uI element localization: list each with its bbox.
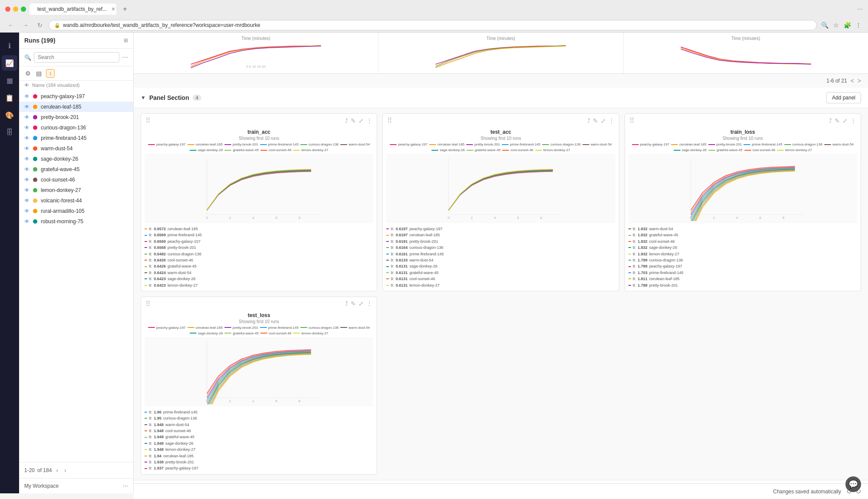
share-icon[interactable]: ⤴ [587, 117, 590, 124]
value-step: 9: [149, 226, 152, 232]
edit-icon[interactable]: ✎ [351, 300, 356, 307]
search-input[interactable] [34, 52, 119, 63]
extensions-icon[interactable]: 🧩 [843, 21, 852, 30]
chart-value-row: 9: 0.6197 peachy-galaxy-197 [386, 226, 615, 232]
share-icon[interactable]: ⤴ [345, 300, 348, 307]
legend-item: cool-sunset-46 [260, 331, 291, 335]
run-visibility-icon[interactable]: 👁 [24, 104, 30, 110]
run-visibility-icon[interactable]: 👁 [24, 145, 30, 152]
chat-bubble[interactable]: 💬 [845, 476, 861, 492]
browser-tab[interactable]: test_wandb_artifacts_by_ref... ✕ [30, 3, 116, 15]
run-item[interactable]: 👁 grateful-wave-45 [19, 164, 133, 175]
run-item[interactable]: 👁 volcanic-forest-44 [19, 195, 133, 206]
runs-list: 👁 peachy-galaxy-197 👁 cerulean-leaf-185 … [19, 89, 133, 462]
run-item[interactable]: 👁 sage-donkey-26 [19, 154, 133, 164]
drag-handle-icon[interactable]: ⠿ [629, 116, 635, 125]
legend-item: pretty-brook-201 [224, 142, 258, 146]
sort-button[interactable]: ↕ [46, 69, 55, 78]
chart-area[interactable]: 02468 [628, 154, 857, 223]
expand-icon[interactable]: ⤢ [358, 300, 364, 307]
reload-button[interactable]: ↻ [35, 21, 45, 30]
legend-item: peachy-galaxy-197 [148, 142, 186, 146]
pagination-prev-button[interactable]: ‹ [54, 466, 60, 475]
expand-icon[interactable]: ⤢ [358, 117, 364, 124]
run-visibility-icon[interactable]: 👁 [24, 93, 30, 99]
pagination-next-button[interactable]: › [62, 466, 68, 475]
run-item[interactable]: 👁 pretty-brook-201 [19, 112, 133, 122]
more-icon[interactable]: ⋮ [850, 117, 856, 124]
run-item[interactable]: 👁 curious-dragon-136 [19, 122, 133, 133]
columns-icon[interactable]: ▤ [35, 69, 43, 78]
run-visibility-icon[interactable]: 👁 [24, 135, 30, 141]
edit-icon[interactable]: ✎ [835, 117, 840, 124]
run-item[interactable]: 👁 lemon-donkey-27 [19, 185, 133, 195]
tab-close-icon[interactable]: ✕ [111, 6, 115, 12]
edit-icon[interactable]: ✎ [593, 117, 598, 124]
run-item[interactable]: 👁 rural-armadillo-105 [19, 206, 133, 216]
chart-value-row: 9: 0.6161 prime-firebrand-145 [386, 251, 615, 257]
chart-area[interactable]: 02468 [386, 154, 615, 223]
run-visibility-icon[interactable]: 👁 [24, 218, 30, 225]
more-icon[interactable]: ⋮ [854, 21, 863, 30]
new-tab-button[interactable]: + [120, 4, 130, 14]
chart-legend: peachy-galaxy-197 cerulean-leaf-185 pret… [141, 142, 377, 154]
pagination-prev-arrow[interactable]: < [851, 77, 854, 84]
run-item[interactable]: 👁 cerulean-leaf-185 [19, 102, 133, 112]
drag-handle-icon[interactable]: ⠿ [145, 300, 151, 308]
expand-icon[interactable]: ⤢ [842, 117, 848, 124]
value-step: 9: [149, 422, 152, 428]
run-visibility-icon[interactable]: 👁 [24, 208, 30, 214]
sidebar-item-notes[interactable]: 📋 [2, 90, 17, 106]
sidebar-item-info[interactable]: ℹ [2, 38, 17, 53]
run-visibility-icon[interactable]: 👁 [24, 198, 30, 204]
chart-area[interactable]: 02468 [145, 154, 373, 223]
value-number: 0.6164 [396, 245, 408, 251]
search-options-icon[interactable]: ⋯ [122, 54, 128, 61]
workspace-options-icon[interactable]: ⋯ [123, 483, 128, 489]
maximize-window-button[interactable] [21, 7, 26, 12]
run-visibility-icon[interactable]: 👁 [24, 177, 30, 183]
value-run-name: cerulean-leaf-185 [649, 276, 680, 282]
expand-icon[interactable]: ⤢ [601, 117, 606, 124]
more-icon[interactable]: ⋮ [366, 300, 372, 307]
minimize-window-button[interactable] [13, 7, 18, 12]
share-icon[interactable]: ⤴ [345, 117, 348, 124]
drag-handle-icon[interactable]: ⠿ [145, 116, 151, 125]
run-visibility-icon[interactable]: 👁 [24, 187, 30, 193]
close-window-button[interactable] [5, 7, 10, 12]
run-visibility-icon[interactable]: 👁 [24, 156, 30, 162]
run-visibility-icon[interactable]: 👁 [24, 125, 30, 131]
back-button[interactable]: ← [5, 21, 16, 30]
run-item[interactable]: 👁 warm-dust-54 [19, 143, 133, 154]
run-visibility-icon[interactable]: 👁 [24, 166, 30, 172]
edit-icon[interactable]: ✎ [351, 117, 356, 124]
sidebar-item-panels[interactable]: ▦ [2, 73, 17, 88]
more-icon[interactable]: ⋮ [366, 117, 372, 124]
value-step: 9: [633, 276, 636, 282]
table-icon[interactable]: ⊞ [124, 37, 128, 43]
sidebar-item-artifacts[interactable]: 🎨 [2, 107, 17, 123]
run-item[interactable]: 👁 robust-morning-75 [19, 216, 133, 227]
run-visibility-icon[interactable]: 👁 [24, 114, 30, 120]
sidebar-item-database[interactable]: 🗄 [2, 125, 17, 140]
pagination-next-arrow[interactable]: > [858, 77, 861, 84]
drag-handle-icon[interactable]: ⠿ [387, 116, 392, 125]
chart-area[interactable]: 02468 [145, 337, 373, 406]
panel-section-chevron[interactable]: ▼ [141, 95, 146, 101]
run-item[interactable]: 👁 cool-sunset-46 [19, 175, 133, 185]
run-item[interactable]: 👁 peachy-galaxy-197 [19, 91, 133, 102]
filter-icon[interactable]: ⚙ [24, 69, 32, 78]
legend-color [260, 333, 267, 334]
run-item[interactable]: 👁 prime-firebrand-145 [19, 133, 133, 143]
address-bar[interactable]: 🔒 wandb.ai/mrdbourke/test_wandb_artifact… [49, 20, 817, 30]
value-step: 9: [149, 453, 152, 459]
more-icon[interactable]: ⋮ [608, 117, 615, 124]
zoom-icon[interactable]: 🔍 [820, 21, 829, 30]
bookmark-icon[interactable]: ☆ [832, 21, 840, 30]
legend-color [187, 327, 194, 328]
add-panel-button[interactable]: Add panel [826, 92, 861, 103]
share-icon[interactable]: ⤴ [829, 117, 832, 124]
forward-button[interactable]: → [20, 21, 31, 30]
icon-sidebar: ℹ 📈 ▦ 📋 🎨 🗄 [0, 33, 19, 493]
sidebar-item-runs[interactable]: 📈 [2, 55, 17, 71]
